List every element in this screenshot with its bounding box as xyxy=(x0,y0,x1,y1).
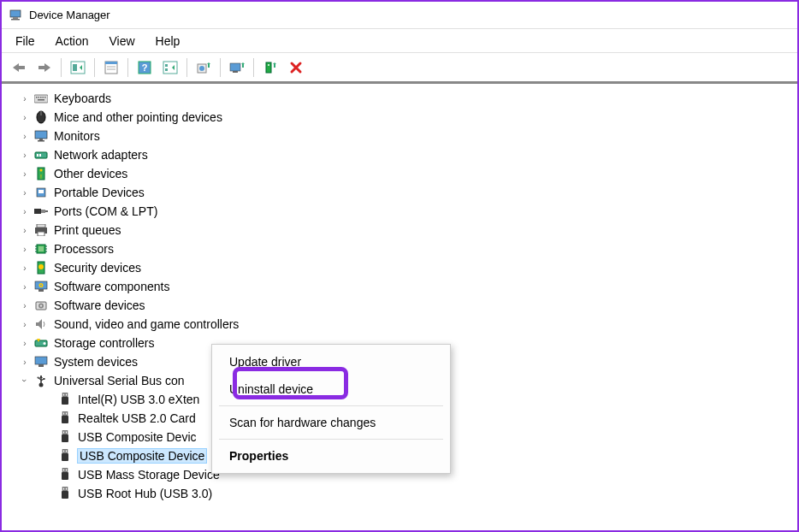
expander-icon[interactable]: › xyxy=(19,299,31,311)
expander-icon[interactable]: › xyxy=(19,318,31,330)
menu-help[interactable]: Help xyxy=(145,31,191,51)
svg-point-21 xyxy=(268,64,269,66)
svg-point-68 xyxy=(39,383,44,387)
ctx-scan-hardware[interactable]: Scan for hardware changes xyxy=(212,409,450,436)
tree-item-network-adapters[interactable]: › Network adapters xyxy=(19,145,797,164)
usb-plug-icon xyxy=(57,467,73,482)
ctx-properties[interactable]: Properties xyxy=(212,442,450,470)
expander-icon[interactable]: › xyxy=(19,224,31,236)
tree-item-label: Software devices xyxy=(54,299,145,312)
tree-item-label: Print queues xyxy=(54,223,121,237)
expander-icon[interactable]: › xyxy=(19,130,31,142)
svg-point-63 xyxy=(40,304,42,306)
expander-icon[interactable]: › xyxy=(19,92,31,104)
tree-item-security-devices[interactable]: › Security devices xyxy=(19,258,797,277)
forward-button[interactable] xyxy=(33,56,56,79)
back-button[interactable] xyxy=(7,56,31,79)
tree-item-processors[interactable]: › Processors xyxy=(19,239,797,258)
toolbar-separator xyxy=(61,58,62,77)
svg-rect-1 xyxy=(13,17,18,19)
svg-rect-18 xyxy=(230,63,240,71)
sound-icon xyxy=(33,316,49,332)
svg-rect-67 xyxy=(38,364,44,367)
software-dev-icon xyxy=(33,298,49,313)
svg-rect-81 xyxy=(66,413,67,415)
expander-icon[interactable]: › xyxy=(19,149,31,161)
tree-item-other-devices[interactable]: › ! Other devices xyxy=(19,164,797,183)
properties-button[interactable] xyxy=(99,56,123,79)
add-legacy-button[interactable] xyxy=(258,56,282,79)
ctx-uninstall-device[interactable]: Uninstall device xyxy=(212,375,450,403)
svg-rect-31 xyxy=(35,131,47,139)
expander-icon[interactable]: › xyxy=(19,168,31,180)
usb-plug-icon xyxy=(57,429,73,445)
svg-rect-24 xyxy=(38,97,40,98)
software-icon xyxy=(33,279,49,294)
svg-rect-36 xyxy=(39,154,41,157)
ctx-update-driver[interactable]: Update driver xyxy=(212,348,450,375)
expander-icon[interactable]: › xyxy=(19,356,31,368)
tree-item-portable-devices[interactable]: › Portable Devices xyxy=(19,183,797,202)
svg-rect-66 xyxy=(35,357,47,364)
device-manager-icon xyxy=(9,9,22,22)
menu-action[interactable]: Action xyxy=(45,31,99,51)
show-hide-tree-button[interactable] xyxy=(66,56,90,79)
svg-rect-0 xyxy=(10,10,21,17)
expander-icon[interactable]: › xyxy=(19,337,31,349)
expander-icon[interactable]: › xyxy=(19,375,31,387)
tree-item-ports-com-lpt-[interactable]: › Ports (COM & LPT) xyxy=(19,202,797,221)
svg-rect-45 xyxy=(37,224,45,228)
expander-icon[interactable]: › xyxy=(19,262,31,274)
svg-rect-75 xyxy=(62,397,68,405)
tree-item-keyboards[interactable]: › Keyboards xyxy=(19,89,797,108)
toolbar-separator xyxy=(127,58,128,77)
usb-plug-icon xyxy=(57,411,73,426)
expander-icon[interactable]: › xyxy=(19,205,31,217)
tree-item-label: Mice and other pointing devices xyxy=(54,110,222,124)
svg-rect-77 xyxy=(66,394,67,396)
expander-spacer xyxy=(43,488,55,499)
menu-view[interactable]: View xyxy=(98,31,145,51)
tree-item-label: Realtek USB 2.0 Card xyxy=(78,411,196,425)
update-driver-button[interactable] xyxy=(192,56,216,79)
scan-hardware-button[interactable] xyxy=(225,56,249,79)
svg-rect-76 xyxy=(63,394,64,396)
tree-item-software-devices[interactable]: › Software devices xyxy=(19,296,797,315)
svg-rect-97 xyxy=(66,488,67,490)
tree-item-software-components[interactable]: › Software components xyxy=(19,277,797,296)
menu-file[interactable]: File xyxy=(5,31,45,51)
tree-item-sound-video-and-game-controllers[interactable]: › Sound, video and game controllers xyxy=(19,315,797,334)
expander-spacer xyxy=(43,393,55,405)
svg-rect-33 xyxy=(38,140,44,142)
tree-item-label: Monitors xyxy=(54,129,100,143)
detail-view-button[interactable] xyxy=(158,56,182,79)
expander-icon[interactable]: › xyxy=(19,186,31,198)
tree-item-print-queues[interactable]: › Print queues xyxy=(19,221,797,239)
network-icon xyxy=(33,147,49,163)
portable-icon xyxy=(33,185,49,200)
svg-rect-28 xyxy=(38,99,44,101)
delete-button[interactable] xyxy=(284,56,308,79)
svg-point-17 xyxy=(199,66,204,71)
help-button[interactable]: ? xyxy=(133,56,157,79)
svg-rect-13 xyxy=(163,62,177,74)
svg-rect-84 xyxy=(63,432,64,434)
title-bar: Device Manager xyxy=(2,2,797,29)
svg-rect-60 xyxy=(38,289,44,292)
tree-item-monitors[interactable]: › Monitors xyxy=(19,127,797,145)
usb-plug-icon xyxy=(57,392,73,407)
svg-rect-41 xyxy=(38,190,44,193)
tree-item-mice-and-other-pointing-devices[interactable]: › Mice and other pointing devices xyxy=(19,108,797,127)
tree-item-label: Sound, video and game controllers xyxy=(54,317,239,331)
expander-icon[interactable]: › xyxy=(19,111,31,123)
svg-rect-83 xyxy=(62,434,68,442)
svg-rect-27 xyxy=(44,97,46,98)
expander-icon[interactable]: › xyxy=(19,281,31,293)
svg-rect-89 xyxy=(66,451,67,452)
tree-item-label: USB Composite Device xyxy=(78,449,206,463)
expander-icon[interactable]: › xyxy=(19,243,31,255)
svg-rect-6 xyxy=(73,64,77,71)
svg-rect-22 xyxy=(34,95,48,103)
tree-item-usb-root-hub-usb-3-0-[interactable]: USB Root Hub (USB 3.0) xyxy=(43,484,797,503)
svg-rect-82 xyxy=(62,430,68,434)
